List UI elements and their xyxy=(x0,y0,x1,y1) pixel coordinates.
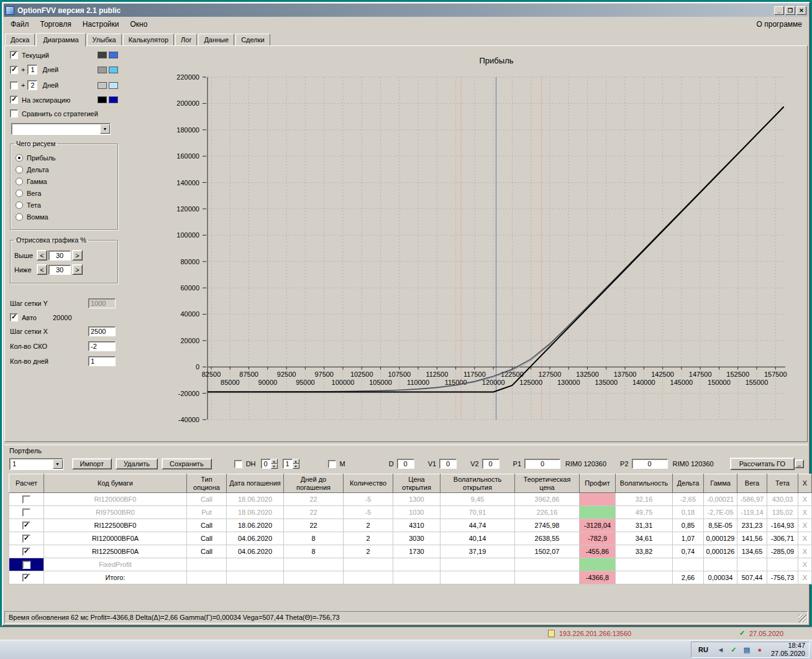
tab-Доска[interactable]: Доска xyxy=(5,34,35,45)
portfolio-select[interactable]: 1 ▼ xyxy=(9,458,63,470)
curve-checkbox[interactable] xyxy=(10,96,18,104)
button-Удалить[interactable]: Удалить xyxy=(116,458,158,469)
row-select-cell[interactable] xyxy=(9,545,44,558)
field-V2-input[interactable]: 0 xyxy=(482,459,500,469)
column-header-calc[interactable]: Расчет xyxy=(9,474,44,493)
field-P2-input[interactable]: 0 xyxy=(632,459,668,469)
compare-checkbox[interactable] xyxy=(10,109,18,118)
column-header-vega[interactable]: Вега xyxy=(737,474,767,493)
table-row[interactable]: RI120000BF0Call18.06.202022-513009,45396… xyxy=(9,493,812,506)
dh-checkbox[interactable] xyxy=(234,460,242,468)
column-header-profit[interactable]: Профит xyxy=(580,474,616,493)
row-checkbox[interactable] xyxy=(22,495,30,504)
dh-spinner-1-value[interactable]: 0 xyxy=(261,459,271,469)
status-ok-icon[interactable]: ✓ xyxy=(729,645,739,655)
field-P1-input[interactable]: 0 xyxy=(524,459,560,469)
tab-Калькулятор[interactable]: Калькулятор xyxy=(123,34,174,45)
profit-chart[interactable]: -40000-200000200004000060000800001000001… xyxy=(127,50,798,426)
row-checkbox[interactable] xyxy=(22,561,30,569)
menu-item-3[interactable]: Окно xyxy=(125,19,153,30)
dh-spinner-2[interactable]: 1 ▲▼ xyxy=(283,459,299,469)
resize-grip[interactable] xyxy=(798,614,806,622)
menu-item-2[interactable]: Настройки xyxy=(77,19,125,30)
radio-Гамма[interactable] xyxy=(16,178,23,185)
row-delete-button[interactable]: X xyxy=(798,532,812,545)
range-input[interactable]: 30 xyxy=(48,251,71,260)
spin-up-icon[interactable]: ▲ xyxy=(293,459,299,464)
dh-spinner-2-value[interactable]: 1 xyxy=(283,459,293,469)
curve-checkbox[interactable] xyxy=(10,66,18,74)
column-header-theoretical-price[interactable]: Теоретическая цена xyxy=(515,474,580,493)
spin-up-icon[interactable]: ▲ xyxy=(271,459,278,464)
row-select-cell[interactable] xyxy=(9,506,44,519)
row-checkbox[interactable] xyxy=(22,522,30,530)
decrease-button[interactable]: < xyxy=(37,264,47,275)
m-checkbox[interactable] xyxy=(328,460,336,468)
table-row[interactable]: RI97500BR0Put18.06.202022-5103070,91226,… xyxy=(9,506,812,519)
notify-icon[interactable]: ● xyxy=(755,645,765,655)
row-checkbox[interactable] xyxy=(22,535,30,543)
column-header-expiry-date[interactable]: Дата погашения xyxy=(227,474,284,493)
clock[interactable]: 18:47 27.05.2020 xyxy=(771,642,805,658)
radio-Тета[interactable] xyxy=(16,201,23,209)
radio-Вомма[interactable] xyxy=(16,213,23,221)
column-header-option-type[interactable]: Тип опциона xyxy=(187,474,227,493)
column-header-delta[interactable]: Дельта xyxy=(673,474,704,493)
dh-spinner-1[interactable]: 0 ▲▼ xyxy=(261,459,278,469)
days-input[interactable]: 1 xyxy=(88,356,116,366)
row-select-cell[interactable] xyxy=(9,532,44,545)
tab-Сделки[interactable]: Сделки xyxy=(235,34,270,45)
range-input[interactable]: 30 xyxy=(48,265,71,275)
radio-Прибыль[interactable] xyxy=(16,154,23,162)
maximize-button[interactable]: ❐ xyxy=(785,6,795,15)
menu-item-about[interactable]: О программе xyxy=(752,19,807,30)
column-header-open-volatility[interactable]: Волатильность открытия xyxy=(440,474,515,493)
decrease-button[interactable]: < xyxy=(37,250,47,260)
calc-go-button[interactable]: Рассчитать ГО xyxy=(730,458,795,470)
column-header-theta[interactable]: Тета xyxy=(767,474,798,493)
chevron-down-icon[interactable]: ▼ xyxy=(100,124,110,134)
auto-checkbox[interactable] xyxy=(10,313,18,321)
row-select-cell[interactable] xyxy=(9,571,44,584)
increase-button[interactable]: > xyxy=(72,250,83,260)
column-header-volatility[interactable]: Волатильность xyxy=(616,474,673,493)
table-row[interactable]: RI122500BF0Call18.06.2020222431044,74274… xyxy=(9,519,812,532)
table-row[interactable]: RI120000BF0ACall04.06.202082303040,14263… xyxy=(9,532,812,545)
table-row[interactable]: Итого:-4366,82,660,00034507,44-756,73X xyxy=(9,571,812,584)
title-bar[interactable]: OptionFVV версия 2.1 public _❐✕ xyxy=(4,4,808,17)
field-V1-input[interactable]: 0 xyxy=(439,459,457,469)
column-header-open-price[interactable]: Цена открытия xyxy=(393,474,440,493)
curve-checkbox[interactable] xyxy=(10,81,18,90)
column-header-days-to-expiry[interactable]: Дней до погашения xyxy=(284,474,344,493)
row-select-cell[interactable] xyxy=(9,493,44,506)
row-checkbox[interactable] xyxy=(22,574,30,582)
close-button[interactable]: ✕ xyxy=(796,6,806,15)
column-header-code[interactable]: Код бумаги xyxy=(44,474,187,493)
menu-item-1[interactable]: Торговля xyxy=(35,19,77,30)
row-checkbox[interactable] xyxy=(22,548,30,556)
row-delete-button[interactable]: X xyxy=(798,519,812,532)
column-header-delete[interactable]: X xyxy=(798,474,812,493)
menu-item-0[interactable]: Файл xyxy=(5,19,35,30)
curve-checkbox[interactable] xyxy=(10,51,18,59)
row-delete-button[interactable]: X xyxy=(798,506,812,519)
chevron-down-icon[interactable]: ▼ xyxy=(53,459,63,469)
grid-step-x-input[interactable]: 2500 xyxy=(88,326,116,336)
volume-icon[interactable]: ◄ xyxy=(716,645,726,655)
column-header-quantity[interactable]: Количество xyxy=(344,474,393,493)
table-row[interactable]: FixedProfitX xyxy=(9,558,812,571)
row-delete-button[interactable]: X xyxy=(798,558,812,571)
radio-Дельта[interactable] xyxy=(16,166,23,173)
tab-Данные[interactable]: Данные xyxy=(198,34,234,45)
table-row[interactable]: RI122500BF0ACall04.06.202082173037,19150… xyxy=(9,545,812,558)
row-checkbox[interactable] xyxy=(22,509,30,517)
tab-Улыбка[interactable]: Улыбка xyxy=(87,34,122,45)
row-select-cell[interactable] xyxy=(9,558,44,571)
tab-Лог[interactable]: Лог xyxy=(175,34,197,45)
row-select-cell[interactable] xyxy=(9,519,44,532)
row-delete-button[interactable]: X xyxy=(798,571,812,584)
radio-Вега[interactable] xyxy=(16,190,23,197)
field-D-input[interactable]: 0 xyxy=(397,459,414,469)
column-header-gamma[interactable]: Гамма xyxy=(704,474,737,493)
button-Сохранить[interactable]: Сохранить xyxy=(162,458,212,469)
